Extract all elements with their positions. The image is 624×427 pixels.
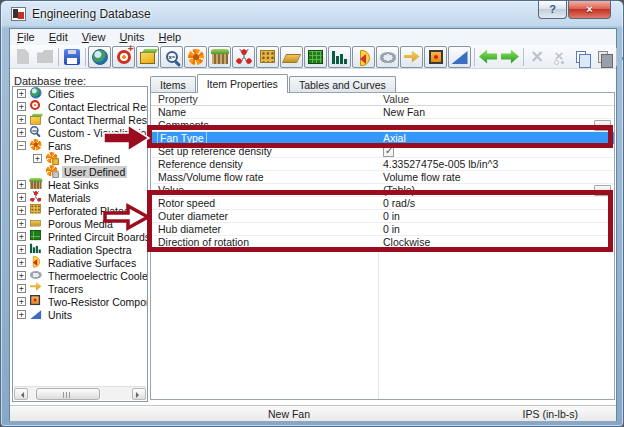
menu-edit[interactable]: Edit [42, 30, 75, 44]
tree-item-porous-media[interactable]: +Porous Media [13, 217, 147, 230]
paste-button[interactable] [592, 46, 614, 68]
tab-items[interactable]: Items [150, 76, 196, 93]
forward-arrow-button[interactable] [499, 46, 521, 68]
scroll-left-arrow-icon[interactable] [14, 388, 28, 400]
tree-item-perforated-plates[interactable]: +Perforated Plates [13, 204, 147, 217]
expand-icon[interactable]: + [17, 128, 26, 137]
back-arrow-button[interactable] [477, 46, 499, 68]
tree-item-icon-wrap [29, 191, 46, 204]
menu-bar: FileEditViewUnitsHelp [10, 29, 616, 45]
tree-item-two-resistor-components[interactable]: +Two-Resistor Components [13, 295, 147, 308]
tab-tables-and-curves[interactable]: Tables and Curves [289, 76, 396, 93]
expand-icon[interactable]: + [17, 206, 26, 215]
tracers-button[interactable] [400, 46, 423, 68]
property-row-fan-type[interactable]: Fan TypeAxial [151, 132, 614, 145]
tree-item-label: Units [46, 309, 74, 321]
expand-icon[interactable]: + [33, 154, 42, 163]
cut-icon [552, 49, 566, 65]
contact-thermal-resistance-button[interactable] [136, 46, 159, 68]
tab-item-properties[interactable]: Item Properties [197, 74, 288, 93]
menu-file[interactable]: File [10, 30, 42, 44]
materials-button[interactable] [232, 46, 255, 68]
custom-visualization-button[interactable] [160, 46, 183, 68]
two-resistor-components-button[interactable] [424, 46, 447, 68]
printed-circuit-boards-button[interactable] [304, 46, 327, 68]
scroll-right-arrow-icon[interactable] [132, 388, 146, 400]
tree-item-radiative-surfaces[interactable]: +Radiative Surfaces [13, 256, 147, 269]
expand-icon[interactable]: + [17, 284, 26, 293]
expand-icon[interactable]: + [17, 219, 26, 228]
tree-item-printed-circuit-boards[interactable]: +Printed Circuit Boards [13, 230, 147, 243]
horizontal-scrollbar[interactable] [14, 386, 146, 400]
property-row-mass-volume-flow-rate[interactable]: Mass/Volume flow rateVolume flow rate [151, 171, 614, 184]
expand-icon[interactable]: + [17, 115, 26, 124]
property-row-name[interactable]: NameNew Fan [151, 106, 614, 119]
two-resistor-components-icon [30, 295, 40, 305]
contact-electrical-resistance-button[interactable] [112, 46, 135, 68]
property-row-hub-diameter[interactable]: Hub diameter0 in [151, 223, 614, 236]
units-icon [452, 51, 468, 64]
expand-icon[interactable]: + [17, 89, 26, 98]
expand-icon[interactable]: + [17, 258, 26, 267]
menu-help[interactable]: Help [151, 30, 188, 44]
property-label: Hub diameter [158, 223, 221, 235]
settings-gear-button[interactable] [619, 46, 624, 68]
porous-media-button[interactable] [280, 46, 303, 68]
help-button[interactable]: ? [538, 1, 567, 19]
client-area: FileEditViewUnitsHelp Database tree: +Ci… [9, 28, 617, 421]
expand-icon[interactable]: + [17, 232, 26, 241]
tree-item-fans[interactable]: −Fans [13, 139, 147, 152]
radiation-spectra-button[interactable] [328, 46, 351, 68]
value-cell: Volume flow rate [378, 171, 614, 183]
radiative-surfaces-button[interactable] [352, 46, 375, 68]
tree-item-icon-wrap [45, 165, 62, 178]
perforated-plates-button[interactable] [256, 46, 279, 68]
property-row-outer-diameter[interactable]: Outer diameter0 in [151, 210, 614, 223]
tree-item-user-defined[interactable]: User Defined [13, 165, 147, 178]
save-icon [64, 49, 80, 65]
copy-button[interactable] [570, 46, 592, 68]
close-button[interactable]: × [568, 1, 611, 19]
expand-icon[interactable]: + [17, 245, 26, 254]
tree-item-heat-sinks[interactable]: +Heat Sinks [13, 178, 147, 191]
menu-units[interactable]: Units [112, 30, 151, 44]
property-row-value[interactable]: Value(Table)... [151, 184, 614, 197]
tree-item-label: Fans [46, 140, 73, 152]
scrollbar-thumb[interactable] [36, 388, 100, 400]
property-row-reference-density[interactable]: Reference density4.33527475e-005 lb/in^3 [151, 158, 614, 171]
property-row-comments[interactable]: Comments... [151, 119, 614, 132]
property-row-rotor-speed[interactable]: Rotor speed0 rad/s [151, 197, 614, 210]
heat-sinks-button[interactable] [208, 46, 231, 68]
tree-item-pre-defined[interactable]: +Pre-Defined [13, 152, 147, 165]
tree-item-contact-electrical-resistance[interactable]: +Contact Electrical Resistance [13, 100, 147, 113]
expand-icon[interactable]: + [17, 310, 26, 319]
collapse-icon[interactable]: − [17, 141, 26, 150]
tree-item-units[interactable]: +Units [13, 308, 147, 321]
menu-view[interactable]: View [75, 30, 113, 44]
delete-button [526, 46, 548, 68]
property-row-set-up-reference-density[interactable]: Set up reference density [151, 145, 614, 158]
expand-icon[interactable]: + [17, 193, 26, 202]
tree-item-tracers[interactable]: +Tracers [13, 282, 147, 295]
tree-item-materials[interactable]: +Materials [13, 191, 147, 204]
cities-button[interactable] [88, 46, 111, 68]
tree-item-contact-thermal-resistance[interactable]: +Contact Thermal Resistance [13, 113, 147, 126]
property-row-direction-of-rotation[interactable]: Direction of rotationClockwise [151, 236, 614, 249]
expand-icon[interactable]: + [17, 297, 26, 306]
save-button[interactable] [61, 46, 83, 68]
ellipsis-button[interactable]: ... [594, 185, 611, 196]
expand-icon[interactable]: + [17, 180, 26, 189]
tree-item-thermoelectric-coolers[interactable]: +Thermoelectric Coolers [13, 269, 147, 282]
thermoelectric-coolers-button[interactable] [376, 46, 399, 68]
tree-item-radiation-spectra[interactable]: +Radiation Spectra [13, 243, 147, 256]
value-text: Axial [383, 132, 406, 144]
checkbox-checked[interactable] [383, 146, 394, 157]
expand-icon[interactable]: + [17, 102, 26, 111]
expand-icon[interactable]: + [17, 271, 26, 280]
units-button[interactable] [448, 46, 471, 68]
property-cell: Hub diameter [151, 223, 378, 235]
tree-item-custom-visualization-parameters[interactable]: +Custom - Visualization Parameters [13, 126, 147, 139]
tree-item-cities[interactable]: +Cities [13, 87, 147, 100]
ellipsis-button[interactable]: ... [594, 120, 611, 131]
fans-button[interactable] [184, 46, 207, 68]
